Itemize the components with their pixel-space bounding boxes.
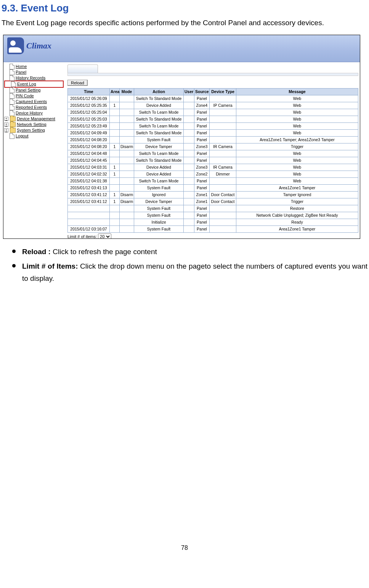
table-row: 2015/01/12 05:23:49Switch To Learn ModeP…: [68, 122, 358, 129]
table-header: Time: [68, 88, 110, 95]
table-cell: [110, 150, 120, 157]
table-cell: [110, 129, 120, 136]
document-icon: [10, 93, 14, 99]
table-cell: System Fault: [134, 226, 184, 232]
nav-item-pin-code[interactable]: PIN Code: [4, 93, 64, 99]
nav-item-panel[interactable]: Panel: [4, 69, 64, 75]
table-cell: [120, 212, 134, 219]
table-header: Area: [110, 88, 120, 95]
document-icon: [11, 81, 16, 87]
limit-select[interactable]: 20: [98, 234, 111, 239]
table-cell: Device Added: [134, 164, 184, 171]
table-cell: [184, 177, 194, 184]
table-row: 2015/01/12 03:41:121DisarmIgnoredZone1Do…: [68, 191, 358, 198]
expand-icon[interactable]: +: [4, 122, 8, 127]
table-cell: [184, 184, 194, 191]
nav-item-captured-events[interactable]: Captured Events: [4, 99, 64, 105]
table-cell: Panel: [194, 226, 210, 232]
table-cell: System Fault: [134, 212, 184, 219]
table-cell: Network Cable Unplugged; ZigBee Not Read…: [236, 212, 358, 219]
nav-item-label: Network Setting: [17, 122, 47, 127]
table-cell: [120, 95, 134, 102]
table-cell: IR Camera: [210, 143, 236, 150]
table-cell: 2015/01/12 04:08:20: [68, 136, 110, 143]
table-cell: [210, 129, 236, 136]
table-cell: [120, 184, 134, 191]
nav-item-network-setting[interactable]: +Network Setting: [4, 122, 64, 127]
table-row: 2015/01/12 05:25:351Device AddedZone4IP …: [68, 102, 358, 109]
table-cell: [184, 102, 194, 109]
table-cell: [210, 219, 236, 226]
nav-item-device-history[interactable]: Device History: [4, 110, 64, 116]
nav-item-logout[interactable]: Logout: [4, 133, 64, 139]
nav-item-label: Home: [16, 64, 27, 69]
nav-item-reported-events[interactable]: Reported Events: [4, 105, 64, 110]
table-cell: [210, 226, 236, 232]
table-row: 2015/01/12 04:08:20System FaultPanelArea…: [68, 136, 358, 143]
table-cell: IR Camera: [210, 164, 236, 171]
table-cell: [184, 226, 194, 232]
table-cell: [184, 171, 194, 177]
nav-item-panel-setting[interactable]: Panel Setting: [4, 87, 64, 93]
table-cell: Zone2: [194, 171, 210, 177]
table-cell: [68, 205, 110, 212]
table-cell: Panel: [194, 205, 210, 212]
table-cell: 2015/01/12 04:08:20: [68, 143, 110, 150]
table-cell: Web: [236, 116, 358, 122]
table-cell: [184, 116, 194, 122]
table-row: 2015/01/12 04:03:311Device AddedZone3IR …: [68, 164, 358, 171]
table-cell: 1: [110, 164, 120, 171]
table-cell: [120, 129, 134, 136]
table-cell: [110, 109, 120, 116]
nav-item-label: Logout: [16, 134, 29, 138]
table-header: Device Type: [210, 88, 236, 95]
intro-paragraph: The Event Log page records specific acti…: [2, 18, 367, 28]
table-cell: [210, 150, 236, 157]
table-cell: [210, 136, 236, 143]
content-tab[interactable]: [67, 64, 98, 73]
table-cell: Switch To Learn Mode: [134, 177, 184, 184]
document-icon: [10, 69, 14, 75]
nav-item-label: History Records: [16, 76, 45, 80]
table-row: 2015/01/12 04:09:49Switch To Standard Mo…: [68, 129, 358, 136]
table-header: Source: [194, 88, 210, 95]
document-icon: [10, 110, 14, 116]
table-cell: System Fault: [134, 184, 184, 191]
section-heading: 9.3. Event Log: [2, 2, 367, 14]
nav-item-event-log[interactable]: Event Log: [4, 81, 64, 88]
event-log-table: TimeAreaModeActionUserSourceDevice TypeM…: [67, 88, 358, 233]
nav-item-label: Panel Setting: [16, 88, 40, 92]
screenshot-frame: Climax HomePanelHistory RecordsEvent Log…: [3, 35, 360, 239]
bullet-item: Limit # of Items: Click the drop down me…: [12, 260, 367, 285]
nav-item-system-setting[interactable]: +System Setting: [4, 127, 64, 133]
document-icon: [10, 105, 14, 110]
table-cell: Door Contact: [210, 198, 236, 205]
expand-icon[interactable]: +: [4, 117, 8, 121]
table-cell: [68, 212, 110, 219]
table-cell: 1: [110, 143, 120, 150]
nav-item-device-management[interactable]: +Device Management: [4, 116, 64, 122]
table-cell: Zone4: [194, 102, 210, 109]
nav-item-home[interactable]: Home: [4, 64, 64, 69]
table-cell: Web: [236, 109, 358, 116]
climax-icon: [7, 37, 24, 54]
document-icon: [10, 87, 14, 93]
table-cell: Area1Zone1 Tamper: [236, 226, 358, 232]
table-cell: Initialize: [134, 219, 184, 226]
reload-button[interactable]: Reload: [67, 80, 88, 86]
table-cell: IP Camera: [210, 102, 236, 109]
table-cell: Area1Zone1 Tamper; Area1Zone3 Tamper: [236, 136, 358, 143]
table-cell: 2015/01/12 04:02:32: [68, 171, 110, 177]
logo-text: Climax: [26, 41, 51, 51]
nav-item-history-records[interactable]: History Records: [4, 75, 64, 81]
table-cell: Device Tamper: [134, 143, 184, 150]
table-cell: Panel: [194, 184, 210, 191]
table-cell: Disarm: [120, 198, 134, 205]
table-cell: [210, 116, 236, 122]
table-cell: Switch To Learn Mode: [134, 150, 184, 157]
table-header: Message: [236, 88, 358, 95]
expand-icon[interactable]: +: [4, 128, 8, 132]
table-cell: [120, 205, 134, 212]
nav-item-label: Device Management: [17, 116, 55, 121]
table-row: 2015/01/12 04:08:201DisarmDevice TamperZ…: [68, 143, 358, 150]
